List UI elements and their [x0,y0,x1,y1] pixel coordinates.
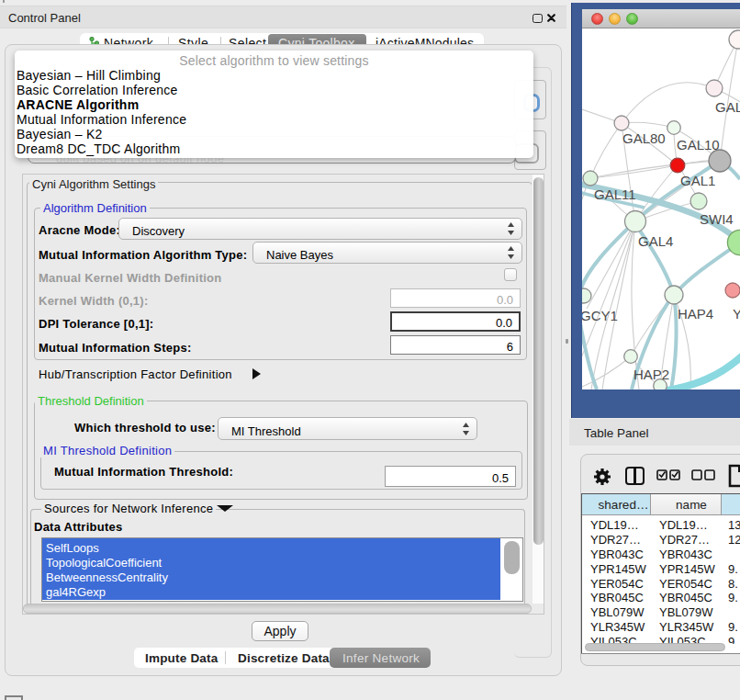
svg-text:GAL: GAL [715,99,740,115]
svg-text:GAL10: GAL10 [677,137,720,152]
svg-text:GAL4: GAL4 [638,233,673,249]
svg-text:Y: Y [733,306,740,322]
svg-text:GAL11: GAL11 [594,186,636,202]
svg-text:HAP2: HAP2 [633,367,669,382]
svg-text:GAL80: GAL80 [622,130,666,146]
svg-text:HAP4: HAP4 [678,306,713,322]
svg-text:SWI4: SWI4 [700,211,734,227]
svg-text:GCY1: GCY1 [582,308,618,323]
svg-text:GAL1: GAL1 [680,173,715,188]
